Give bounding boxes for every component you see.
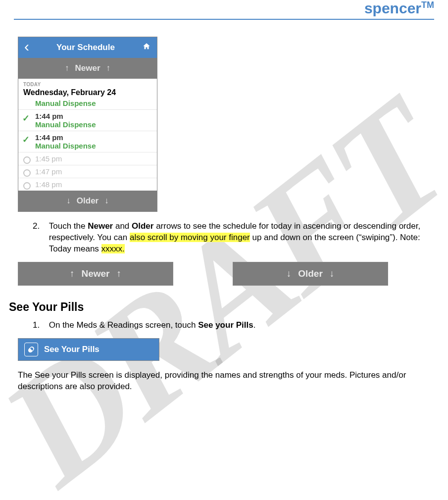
phone-screenshot: Your Schedule Newer TODAY Wednesday, Feb… bbox=[18, 37, 157, 212]
down-arrow-icon bbox=[66, 196, 71, 206]
phone-newer-bar[interactable]: Newer bbox=[18, 58, 157, 79]
dispense-label: Manual Dispense bbox=[35, 120, 152, 129]
brand-name: spencer bbox=[364, 0, 421, 16]
check-icon: ✓ bbox=[22, 134, 30, 145]
see-your-pills-label: See Your Pills bbox=[44, 345, 100, 354]
schedule-row[interactable]: 1:48 pm bbox=[18, 178, 157, 191]
step-number: 1. bbox=[33, 320, 47, 331]
schedule-time: 1:48 pm bbox=[35, 180, 152, 189]
step-1: 1. On the Meds & Readings screen, touch … bbox=[33, 320, 439, 331]
up-arrow-icon bbox=[70, 268, 75, 279]
down-arrow-icon bbox=[104, 196, 109, 206]
newer-label: Newer bbox=[75, 63, 100, 73]
circle-icon bbox=[23, 156, 31, 164]
phone-header: Your Schedule bbox=[18, 37, 157, 58]
up-arrow-icon bbox=[117, 268, 122, 279]
phone-title: Your Schedule bbox=[56, 43, 115, 52]
today-date: Wednesday, February 24 bbox=[18, 88, 157, 100]
schedule-time: 1:44 pm bbox=[35, 133, 152, 142]
brand-logo: spencerTM bbox=[9, 0, 439, 19]
step-body: On the Meds & Readings screen, touch See… bbox=[49, 320, 430, 331]
see-your-pills-button[interactable]: See Your Pills bbox=[18, 338, 159, 361]
schedule-row[interactable]: ✓ 1:44 pm Manual Dispense bbox=[18, 131, 157, 152]
highlight: xxxxx. bbox=[101, 244, 125, 253]
home-icon[interactable] bbox=[142, 42, 151, 53]
text: Touch the bbox=[49, 221, 88, 231]
step-2: 2. Touch the Newer and Older arrows to s… bbox=[33, 221, 439, 255]
back-icon[interactable] bbox=[24, 42, 29, 54]
newer-button[interactable]: Newer bbox=[18, 262, 173, 286]
check-icon: ✓ bbox=[22, 113, 30, 124]
up-arrow-icon bbox=[106, 63, 111, 73]
text: . bbox=[253, 320, 256, 330]
brand-tm: TM bbox=[421, 0, 434, 10]
bold-older: Older bbox=[132, 221, 153, 231]
down-arrow-icon bbox=[330, 268, 335, 279]
dispense-label: Manual Dispense bbox=[35, 142, 152, 150]
header-divider bbox=[14, 19, 434, 20]
schedule-time: 1:44 pm bbox=[35, 112, 152, 120]
up-arrow-icon bbox=[65, 63, 69, 73]
newer-older-buttons: Newer Older bbox=[18, 262, 439, 286]
phone-older-bar[interactable]: Older bbox=[18, 191, 157, 211]
circle-icon bbox=[23, 182, 31, 190]
text: On the Meds & Readings screen, touch bbox=[49, 320, 198, 330]
schedule-time: 1:45 pm bbox=[35, 154, 152, 163]
text: and bbox=[113, 221, 132, 231]
schedule-row[interactable]: Manual Dispense bbox=[18, 99, 157, 109]
schedule-row[interactable]: ✓ 1:44 pm Manual Dispense bbox=[18, 109, 157, 131]
newer-button-label: Newer bbox=[81, 268, 109, 279]
schedule-row[interactable]: 1:47 pm bbox=[18, 165, 157, 178]
dispense-label: Manual Dispense bbox=[35, 99, 152, 107]
down-arrow-icon bbox=[287, 268, 292, 279]
step-number: 2. bbox=[33, 221, 47, 232]
schedule-time: 1:47 pm bbox=[35, 167, 152, 176]
highlight: also scroll by moving your finger bbox=[130, 233, 250, 242]
circle-icon bbox=[23, 169, 31, 177]
bold-see-your-pills: See your Pills bbox=[198, 320, 253, 330]
older-label: Older bbox=[77, 196, 99, 206]
section-heading-see-your-pills: See Your Pills bbox=[9, 300, 439, 314]
pill-icon bbox=[24, 343, 38, 356]
step-body: Touch the Newer and Older arrows to see … bbox=[49, 221, 430, 255]
older-button-label: Older bbox=[298, 268, 323, 279]
today-label: TODAY bbox=[18, 79, 157, 88]
bold-newer: Newer bbox=[88, 221, 113, 231]
paragraph-pills-description: The See your Pills screen is displayed, … bbox=[18, 370, 430, 393]
older-button[interactable]: Older bbox=[233, 262, 388, 286]
schedule-row[interactable]: 1:45 pm bbox=[18, 152, 157, 165]
